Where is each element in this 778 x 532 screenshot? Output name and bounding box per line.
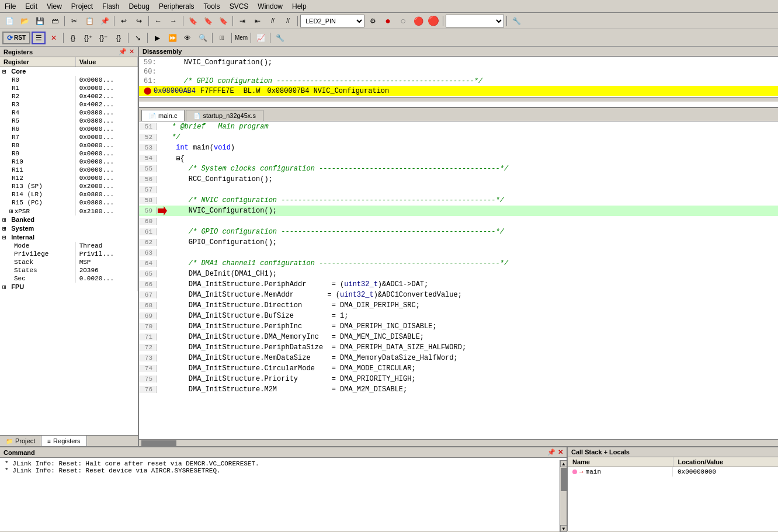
paste-btn[interactable]: 📌 xyxy=(98,15,112,27)
target-settings-btn[interactable]: ⚙ xyxy=(366,15,380,27)
target-dropdown[interactable]: LED2_PIN xyxy=(300,15,364,27)
tab-project[interactable]: 📁 Project xyxy=(0,436,41,446)
menu-peripherals[interactable]: Peripherals xyxy=(154,1,199,12)
disasm-line-61: 61: /* GPIO configuration --------------… xyxy=(139,77,778,86)
command-close-icon[interactable]: ✕ xyxy=(558,448,563,456)
tab-registers[interactable]: ≡ Registers xyxy=(41,436,86,446)
menu-window[interactable]: Window xyxy=(253,1,287,12)
uncomment-btn[interactable]: // xyxy=(281,15,295,27)
line-code-62: GPIO_Configuration(); xyxy=(168,238,277,246)
copy-btn[interactable]: 📋 xyxy=(82,15,96,27)
registers-content: Register Value ⊟ Core R00x0000... R10x0 xyxy=(0,57,138,435)
disasm-line-59: 59: NVIC_Configuration(); xyxy=(139,58,778,67)
undo-btn[interactable]: ↩ xyxy=(117,15,131,27)
rst-btn[interactable]: ⟳ RST xyxy=(2,32,30,44)
disasm-bp-icon: ⬤ xyxy=(144,86,151,95)
disassembly-content[interactable]: 59: NVIC_Configuration(); 60: 61: /* GPI… xyxy=(139,57,778,97)
trace-btn[interactable]: 📈 xyxy=(253,32,268,44)
command-content[interactable]: * JLink Info: Reset: Halt core after res… xyxy=(0,458,567,531)
reg-mode: ModeThread xyxy=(0,242,138,250)
system-expand-icon[interactable]: ⊞ xyxy=(2,225,6,232)
code-hscrollbar[interactable] xyxy=(139,439,778,446)
build-btn[interactable]: ● xyxy=(381,15,395,27)
view-dropdown[interactable] xyxy=(446,15,504,27)
watch-btn[interactable]: 👁 xyxy=(180,32,194,44)
disasm-hscrollbar[interactable] xyxy=(139,97,778,102)
reg-r13: R13 (SP)0x2000... xyxy=(0,182,138,190)
new-btn[interactable]: 📄 xyxy=(2,15,16,27)
brace4-btn[interactable]: {} xyxy=(112,32,126,44)
close-panel-icon[interactable]: ✕ xyxy=(129,48,134,55)
run-btn[interactable]: ▶ xyxy=(150,32,164,44)
menu-flash[interactable]: Flash xyxy=(98,1,124,12)
comment-btn[interactable]: // xyxy=(266,15,280,27)
debug-btn2[interactable]: 🔍 xyxy=(196,32,210,44)
run2-btn[interactable]: ⏩ xyxy=(165,32,179,44)
menu-view[interactable]: View xyxy=(42,1,67,12)
settings-btn[interactable]: 🔧 xyxy=(509,15,523,27)
rebuild-btn[interactable]: ○ xyxy=(396,15,410,27)
bookmark2-btn[interactable]: 🔖 xyxy=(201,15,215,27)
line-num-52: 52 xyxy=(139,134,157,141)
tools2-btn[interactable]: 🔧 xyxy=(273,32,287,44)
menu-help[interactable]: Help xyxy=(287,1,311,12)
redo-btn[interactable]: ↪ xyxy=(132,15,146,27)
step-btn[interactable]: ↩⃝ xyxy=(215,32,229,44)
rst-icon: ⟳ xyxy=(7,34,13,42)
brace2-btn[interactable]: {}⁺ xyxy=(81,32,95,44)
pin-icon[interactable]: 📌 xyxy=(119,48,127,55)
menu-tools[interactable]: Tools xyxy=(199,1,225,12)
vscroll-down[interactable]: ▼ xyxy=(560,525,567,532)
disassembly-section: Disassembly 59: NVIC_Configuration(); 60… xyxy=(139,47,778,108)
vscroll-thumb[interactable] xyxy=(561,468,567,491)
outdent-btn[interactable]: ⇤ xyxy=(251,15,265,27)
internal-expand-icon[interactable]: ⊟ xyxy=(2,234,6,241)
tab-startup[interactable]: 📄 startup_n32g45x.s xyxy=(186,110,263,121)
mem-btn[interactable]: Mem xyxy=(234,32,248,44)
line-code-55: /* System clocks configuration ---------… xyxy=(168,165,508,173)
sep6 xyxy=(297,16,298,26)
stop-btn[interactable]: 🔴 xyxy=(411,15,425,27)
line-code-66: DMA_InitStructure.PeriphAddr = (uint32_t… xyxy=(168,280,428,288)
bookmark3-btn[interactable]: 🔖 xyxy=(216,15,230,27)
registers-panel-btn[interactable]: ☰ xyxy=(32,32,46,44)
code-line-69: 69 DMA_InitStructure.BufSize = 1; xyxy=(139,311,778,321)
brace1-btn[interactable]: {} xyxy=(66,32,80,44)
register-table: Register Value ⊟ Core R00x0000... R10x0 xyxy=(0,57,138,291)
indent-btn[interactable]: ⇥ xyxy=(235,15,249,27)
flash-btn[interactable]: 🔴 xyxy=(426,15,440,27)
menu-project[interactable]: Project xyxy=(67,1,98,12)
reg-stack: StackMSP xyxy=(0,258,138,266)
cut-btn[interactable]: ✂ xyxy=(67,15,81,27)
close-debug-btn[interactable]: ✕ xyxy=(47,32,61,44)
save-all-btn[interactable]: 🗃 xyxy=(48,15,62,27)
brace3-btn[interactable]: {}⁻ xyxy=(96,32,110,44)
disasm-ln61-num: 61: xyxy=(144,77,167,85)
menu-svcs[interactable]: SVCS xyxy=(225,1,253,12)
system-group-row: ⊞ System xyxy=(0,224,138,233)
hscroll-thumb[interactable] xyxy=(141,440,176,446)
save-btn[interactable]: 💾 xyxy=(33,15,47,27)
code-line-60: 60 xyxy=(139,216,778,227)
open-btn[interactable]: 📂 xyxy=(18,15,32,27)
menu-edit[interactable]: Edit xyxy=(20,1,42,12)
tab-main-c[interactable]: 📄 main.c xyxy=(141,110,185,121)
line-code-73: DMA_InitStructure.MemDataSize = DMA_Memo… xyxy=(168,354,458,362)
bookmark-btn[interactable]: 🔖 xyxy=(186,15,200,27)
fwd-btn[interactable]: → xyxy=(166,15,180,27)
banked-expand-icon[interactable]: ⊞ xyxy=(2,217,6,224)
back-btn[interactable]: ← xyxy=(151,15,165,27)
code-editor[interactable]: 51 * @brief Main program 52 */ 53 int ma… xyxy=(139,121,778,439)
reg-r11: R110x0000... xyxy=(0,166,138,174)
command-pin-icon[interactable]: 📌 xyxy=(547,448,555,456)
code-line-63: 63 xyxy=(139,248,778,258)
step-into-btn[interactable]: ↘ xyxy=(131,32,145,44)
command-vscroll[interactable]: ▲ ▼ xyxy=(560,460,567,532)
vscroll-up[interactable]: ▲ xyxy=(560,460,567,467)
core-expand-icon[interactable]: ⊟ xyxy=(2,68,6,75)
registers-tab-label: Registers xyxy=(53,437,80,444)
fpu-expand-icon[interactable]: ⊞ xyxy=(2,284,6,291)
menu-debug[interactable]: Debug xyxy=(124,1,154,12)
reg-states: States20396 xyxy=(0,266,138,274)
menu-file[interactable]: File xyxy=(0,1,20,12)
